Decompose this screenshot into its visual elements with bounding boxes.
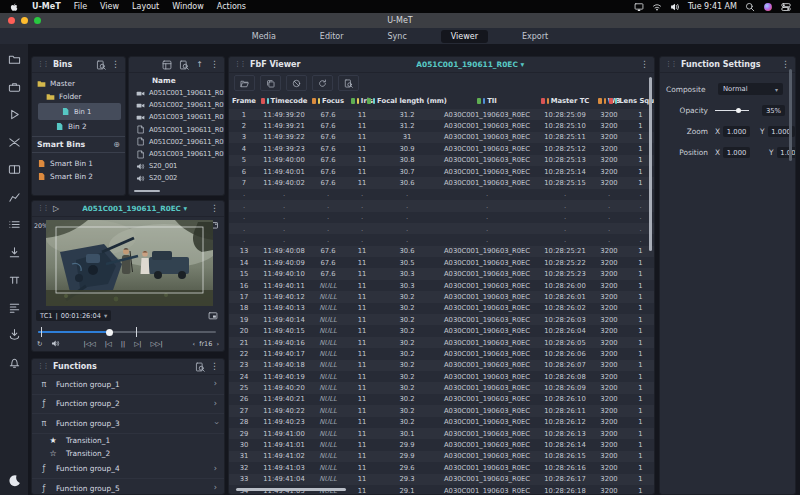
import-icon[interactable]: [8, 246, 21, 259]
tab-media[interactable]: Media: [242, 30, 286, 43]
fbf-row[interactable]: 2011:49:40:15NULL1130.2A030C001_190603_R…: [229, 325, 654, 336]
search-bins-icon[interactable]: [96, 60, 106, 70]
fbf-row[interactable]: .........: [229, 223, 654, 234]
clip-row[interactable]: S20_002: [129, 172, 224, 184]
menu-item-actions[interactable]: Actions: [217, 2, 246, 11]
menu-item-view[interactable]: View: [100, 2, 119, 11]
fbf-row[interactable]: 1711:49:40:12NULL1130.2A030C001_190603_R…: [229, 291, 654, 302]
function-item-row[interactable]: ★Transition_1: [32, 434, 224, 447]
search-functions-icon[interactable]: [195, 362, 205, 372]
fbf-row[interactable]: 411:49:39:2367.61130.9A030C001_190603_R0…: [229, 143, 654, 154]
column-header-focus[interactable]: Focus: [309, 97, 347, 105]
fbf-row[interactable]: 2411:49:40:19NULL1130.2A030C001_190603_R…: [229, 371, 654, 382]
functions-menu-icon[interactable]: ⋮: [210, 362, 219, 371]
duplicate-button[interactable]: [260, 75, 281, 91]
position-y-field[interactable]: 1.000: [777, 147, 796, 158]
bin-tree-item[interactable]: Master: [32, 77, 125, 90]
column-header-timecode[interactable]: Timecode: [259, 97, 309, 105]
menu-item-file[interactable]: File: [74, 2, 87, 11]
bins-icon[interactable]: [8, 53, 21, 66]
layout-grid-icon[interactable]: [162, 60, 172, 70]
fbf-row[interactable]: 2711:49:40:22NULL1130.2A030C001_190603_R…: [229, 405, 654, 416]
audio-icon[interactable]: [51, 339, 60, 348]
next-clip-icon[interactable]: ▷▷|: [150, 340, 162, 348]
clip-row[interactable]: A051C002_190611_R0EC: [129, 136, 224, 148]
menu-clock[interactable]: Tue 9:41 AM: [688, 2, 737, 11]
fbf-row[interactable]: 3311:49:41:04NULL1129.3A030C001_190603_R…: [229, 474, 654, 485]
position-x-field[interactable]: 1.000: [723, 147, 750, 158]
player-mode-icon[interactable]: ▷: [53, 205, 59, 213]
fbf-row[interactable]: 711:49:40:0267.61130.6A030C001_190603_R0…: [229, 177, 654, 188]
drag-handle-icon[interactable]: ⋮⋮: [37, 205, 48, 212]
fbf-vscrollbar[interactable]: [649, 77, 652, 251]
column-header-tii[interactable]: TII: [437, 97, 537, 105]
clip-row[interactable]: A051C002_190611_R0EC: [129, 99, 224, 111]
volume-icon[interactable]: [670, 2, 680, 12]
chart-icon[interactable]: [8, 191, 21, 204]
minimize-button[interactable]: [21, 17, 28, 24]
fbf-row[interactable]: 3011:49:41:01NULL1129.9A030C001_190603_R…: [229, 439, 654, 450]
fbf-row[interactable]: 2111:49:40:16NULL1130.2A030C001_190603_R…: [229, 337, 654, 348]
prev-clip-icon[interactable]: |◁◁: [83, 340, 95, 348]
clip-list-hscrollbar[interactable]: [134, 190, 160, 193]
viewer-clip-dropdown[interactable]: A051C001_190611_R0EC ▾: [64, 204, 205, 213]
opacity-value[interactable]: 35%: [762, 105, 785, 116]
tab-viewer[interactable]: Viewer: [441, 30, 488, 43]
tab-editor[interactable]: Editor: [310, 30, 354, 43]
bin-tree-item[interactable]: Bin 2: [32, 120, 125, 133]
drag-handle-icon[interactable]: ⋮⋮: [665, 61, 676, 68]
maximize-button[interactable]: [34, 17, 41, 24]
fbf-row[interactable]: 311:49:39:2267.61131A030C001_190603_R0EC…: [229, 132, 654, 143]
tab-export[interactable]: Export: [512, 30, 558, 43]
fbf-row[interactable]: .........: [229, 189, 654, 200]
fbf-row[interactable]: 2611:49:40:21NULL1130.2A030C001_190603_R…: [229, 394, 654, 405]
column-header-frame[interactable]: Frame: [229, 97, 259, 105]
add-smart-bin-icon[interactable]: ⊕: [113, 140, 120, 149]
fbf-row[interactable]: 3211:49:41:03NULL1129.6A030C001_190603_R…: [229, 462, 654, 473]
fbf-row[interactable]: 1311:49:40:0867.61130.6A030C001_190603_R…: [229, 246, 654, 257]
open-folder-button[interactable]: [234, 75, 255, 91]
prev-frame-icon[interactable]: |◁: [105, 340, 112, 348]
dark-mode-icon[interactable]: [8, 474, 21, 487]
viewer-icon[interactable]: [8, 163, 21, 176]
menu-app-name[interactable]: U-MeT: [32, 2, 61, 11]
smart-bin-item[interactable]: Smart Bin 1: [32, 157, 125, 170]
disable-button[interactable]: [286, 75, 307, 91]
fbf-row[interactable]: 1411:49:40:0967.61130.5A030C001_190603_R…: [229, 257, 654, 268]
clip-row[interactable]: A051C001_190611_R0EC: [129, 124, 224, 136]
fbf-row[interactable]: 3111:49:41:02NULL1129.9A030C001_190603_R…: [229, 451, 654, 462]
function-group-row[interactable]: ƒFunction group_5›: [32, 479, 224, 495]
fbf-row[interactable]: 1811:49:40:13NULL1130.2A030C001_190603_R…: [229, 303, 654, 314]
fbf-row[interactable]: 2311:49:40:18NULL1130.2A030C001_190603_R…: [229, 360, 654, 371]
next-frame-icon[interactable]: ▷|: [134, 340, 141, 348]
search-table-button[interactable]: [338, 75, 359, 91]
function-group-row[interactable]: ƒFunction group_4›: [32, 460, 224, 480]
fbf-row[interactable]: 511:49:40:0067.61130.8A030C001_190603_R0…: [229, 155, 654, 166]
playhead[interactable]: [106, 329, 113, 336]
clip-row[interactable]: A051C003_190611_R0EC: [129, 111, 224, 123]
column-header-focal-length-mm-[interactable]: Focal length (mm): [377, 97, 437, 105]
loop-icon[interactable]: ↻: [37, 340, 42, 348]
pause-icon[interactable]: ||: [121, 340, 125, 348]
fbf-row[interactable]: 611:49:40:0167.61130.7A030C001_190603_R0…: [229, 166, 654, 177]
wifi-icon[interactable]: [652, 2, 662, 12]
star-icon[interactable]: ★: [48, 436, 58, 445]
drag-handle-icon[interactable]: ⋮⋮: [37, 363, 48, 370]
fbf-menu-icon[interactable]: ⋮: [640, 60, 649, 69]
media-icon[interactable]: [8, 81, 21, 94]
clip-list-menu-icon[interactable]: ⋮: [210, 60, 219, 69]
bin-tree-item[interactable]: Folder: [32, 90, 125, 103]
sync-icon[interactable]: [8, 136, 21, 149]
name-column-header[interactable]: Name: [129, 73, 224, 87]
clip-row[interactable]: A051C003_190611_R0EC: [129, 148, 224, 160]
report-icon[interactable]: [8, 301, 21, 314]
clip-row[interactable]: A051C001_190611_R0EC: [129, 87, 224, 99]
go-up-icon[interactable]: ↑: [196, 61, 203, 69]
timecode-dropdown[interactable]: TC1|00:01:26:04 ▾: [36, 310, 111, 321]
siri-icon[interactable]: [763, 2, 773, 12]
star-icon[interactable]: ☆: [48, 449, 58, 458]
step-forward-icon[interactable]: ›: [216, 340, 219, 348]
export-icon[interactable]: [8, 328, 21, 341]
in-point-marker[interactable]: [41, 327, 43, 337]
drag-handle-icon[interactable]: ⋮⋮: [234, 61, 245, 68]
